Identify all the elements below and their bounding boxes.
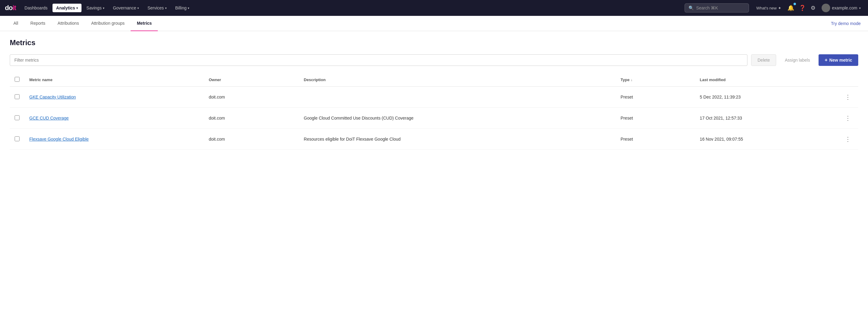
metric-name-link[interactable]: GCE CUD Coverage bbox=[29, 116, 69, 121]
row-checkbox-cell[interactable] bbox=[10, 108, 24, 129]
col-header-owner: Owner bbox=[204, 73, 299, 87]
col-header-actions bbox=[837, 73, 858, 87]
tab-all[interactable]: All bbox=[7, 16, 24, 31]
row-checkbox[interactable] bbox=[14, 94, 20, 99]
cell-type: Preset bbox=[616, 129, 695, 150]
cell-metric-name: Flexsave Google Cloud Eligible bbox=[24, 129, 204, 150]
cell-type: Preset bbox=[616, 108, 695, 129]
logo-text: doit bbox=[5, 4, 16, 12]
chevron-down-icon: ▾ bbox=[188, 6, 189, 10]
cell-description: Resources eligible for DoiT Flexsave Goo… bbox=[299, 129, 616, 150]
nav-services[interactable]: Services ▾ bbox=[144, 4, 170, 12]
nav-actions: What's new ✦ 🔔 ❓ ⚙ example.com ▾ bbox=[754, 2, 863, 13]
table-row: Flexsave Google Cloud Eligible doit.com … bbox=[10, 129, 858, 150]
user-label: example.com bbox=[832, 5, 857, 10]
chevron-down-icon: ▾ bbox=[76, 6, 78, 10]
delete-button[interactable]: Delete bbox=[751, 54, 776, 66]
cell-last-modified: 5 Dec 2022, 11:39:23 bbox=[695, 87, 837, 108]
secondary-nav: All Reports Attributions Attribution gro… bbox=[0, 16, 868, 31]
try-demo-link[interactable]: Try demo mode bbox=[831, 21, 861, 26]
chevron-down-icon: ▾ bbox=[859, 6, 861, 10]
plus-icon: + bbox=[825, 57, 828, 63]
cell-last-modified: 17 Oct 2021, 12:57:33 bbox=[695, 108, 837, 129]
cell-owner: doit.com bbox=[204, 87, 299, 108]
cell-actions: ⋮ bbox=[837, 87, 858, 108]
tab-attributions[interactable]: Attributions bbox=[52, 16, 85, 31]
search-bar[interactable]: 🔍 bbox=[685, 3, 749, 12]
cell-last-modified: 16 Nov 2021, 09:07:55 bbox=[695, 129, 837, 150]
row-checkbox[interactable] bbox=[14, 136, 20, 141]
sparkle-icon: ✦ bbox=[778, 6, 781, 10]
cell-actions: ⋮ bbox=[837, 108, 858, 129]
cell-owner: doit.com bbox=[204, 108, 299, 129]
chevron-down-icon: ▾ bbox=[137, 6, 139, 10]
col-header-type[interactable]: Type ↓ bbox=[616, 73, 695, 87]
table-row: GCE CUD Coverage doit.com Google Cloud C… bbox=[10, 108, 858, 129]
col-header-metric-name: Metric name bbox=[24, 73, 204, 87]
page-title: Metrics bbox=[10, 38, 858, 47]
new-metric-button[interactable]: + New metric bbox=[818, 54, 858, 66]
secondary-tabs: All Reports Attributions Attribution gro… bbox=[7, 16, 158, 31]
row-checkbox[interactable] bbox=[14, 115, 20, 120]
cell-actions: ⋮ bbox=[837, 129, 858, 150]
search-input[interactable] bbox=[696, 5, 745, 10]
row-more-button[interactable]: ⋮ bbox=[842, 134, 854, 144]
row-more-button[interactable]: ⋮ bbox=[842, 113, 854, 123]
cell-metric-name: GCE CUD Coverage bbox=[24, 108, 204, 129]
tab-reports[interactable]: Reports bbox=[24, 16, 52, 31]
notification-wrapper: 🔔 bbox=[786, 3, 795, 12]
row-checkbox-cell[interactable] bbox=[10, 87, 24, 108]
tab-attribution-groups[interactable]: Attribution groups bbox=[85, 16, 131, 31]
toolbar: Delete Assign labels + New metric bbox=[10, 54, 858, 66]
cell-owner: doit.com bbox=[204, 129, 299, 150]
cell-description: Google Cloud Committed Use Discounts (CU… bbox=[299, 108, 616, 129]
top-nav: doit Dashboards Analytics ▾ Savings ▾ Go… bbox=[0, 0, 868, 16]
table-header-row: Metric name Owner Description Type ↓ Las… bbox=[10, 73, 858, 87]
cell-description bbox=[299, 87, 616, 108]
metric-name-link[interactable]: Flexsave Google Cloud Eligible bbox=[29, 137, 89, 142]
avatar bbox=[822, 4, 830, 12]
sort-icon: ↓ bbox=[630, 78, 632, 82]
nav-analytics[interactable]: Analytics ▾ bbox=[53, 4, 82, 12]
nav-billing[interactable]: Billing ▾ bbox=[172, 4, 193, 12]
nav-governance[interactable]: Governance ▾ bbox=[109, 4, 143, 12]
cell-type: Preset bbox=[616, 87, 695, 108]
col-header-description: Description bbox=[299, 73, 616, 87]
col-header-last-modified: Last modified bbox=[695, 73, 837, 87]
nav-savings[interactable]: Savings ▾ bbox=[83, 4, 108, 12]
chevron-down-icon: ▾ bbox=[103, 6, 104, 10]
help-button[interactable]: ❓ bbox=[798, 3, 807, 12]
row-more-button[interactable]: ⋮ bbox=[842, 92, 854, 102]
assign-labels-button[interactable]: Assign labels bbox=[780, 55, 815, 66]
user-menu[interactable]: example.com ▾ bbox=[819, 2, 863, 13]
row-checkbox-cell[interactable] bbox=[10, 129, 24, 150]
tab-metrics[interactable]: Metrics bbox=[131, 16, 158, 31]
filter-input[interactable] bbox=[10, 54, 747, 66]
select-all-header[interactable] bbox=[10, 73, 24, 87]
search-icon: 🔍 bbox=[688, 5, 694, 10]
metrics-table: Metric name Owner Description Type ↓ Las… bbox=[10, 73, 858, 150]
cell-metric-name: GKE Capacity Utilization bbox=[24, 87, 204, 108]
notification-dot bbox=[794, 3, 796, 5]
whats-new-button[interactable]: What's new ✦ bbox=[754, 5, 784, 11]
logo[interactable]: doit bbox=[5, 4, 16, 12]
table-row: GKE Capacity Utilization doit.com Preset… bbox=[10, 87, 858, 108]
metric-name-link[interactable]: GKE Capacity Utilization bbox=[29, 95, 76, 99]
nav-dashboards[interactable]: Dashboards bbox=[21, 4, 51, 12]
settings-button[interactable]: ⚙ bbox=[809, 3, 817, 12]
chevron-down-icon: ▾ bbox=[165, 6, 167, 10]
main-content: Metrics Delete Assign labels + New metri… bbox=[0, 31, 868, 157]
select-all-checkbox[interactable] bbox=[14, 77, 20, 82]
